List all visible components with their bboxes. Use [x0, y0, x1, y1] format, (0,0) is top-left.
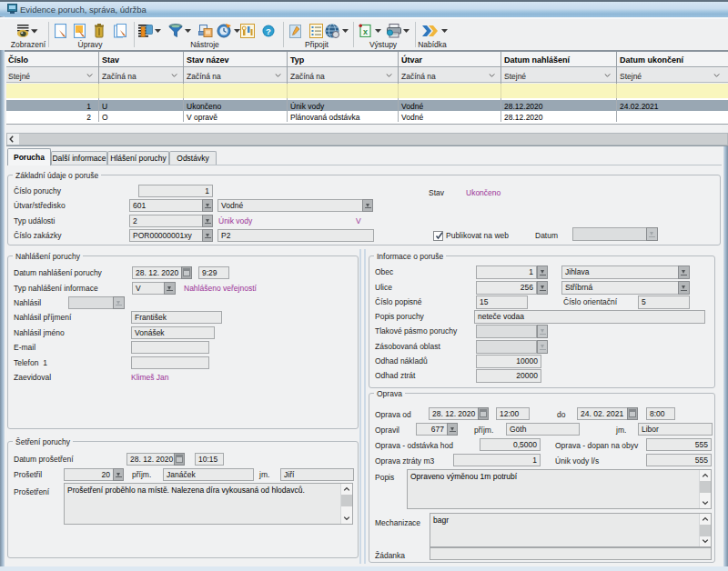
svg-text:?: ? [266, 26, 271, 36]
svg-text:x: x [363, 27, 368, 36]
